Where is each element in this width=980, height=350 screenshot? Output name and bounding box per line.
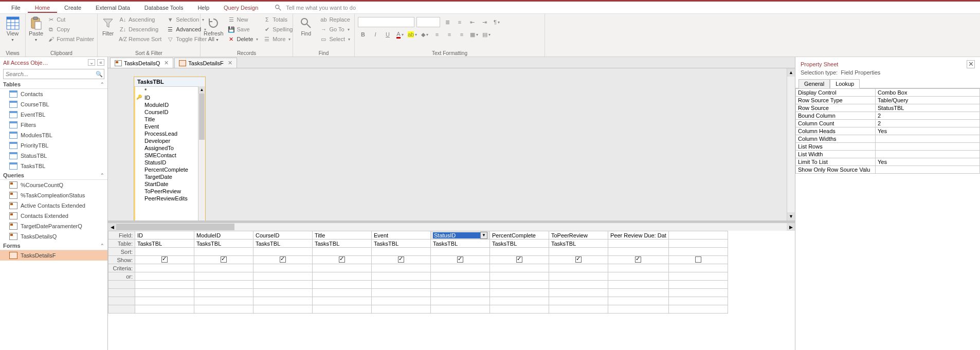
close-icon[interactable]: ✕: [228, 60, 232, 66]
grid-cell[interactable]: [194, 272, 253, 281]
grid-cell[interactable]: [372, 297, 431, 305]
grid-row-header[interactable]: or:: [108, 272, 135, 281]
grid-cell[interactable]: [194, 281, 253, 289]
prop-key[interactable]: Row Source: [796, 104, 876, 112]
grid-cell[interactable]: [549, 281, 608, 289]
find-button[interactable]: Find: [296, 15, 316, 36]
grid-cell[interactable]: [313, 264, 372, 272]
grid-cell[interactable]: [253, 281, 313, 289]
italic-button[interactable]: I: [370, 29, 380, 40]
grid-cell[interactable]: [549, 289, 608, 297]
grid-cell[interactable]: [253, 264, 313, 272]
prop-key[interactable]: Show Only Row Source Valu: [796, 166, 876, 174]
grid-cell[interactable]: [668, 281, 728, 289]
save-button[interactable]: 💾Save: [227, 25, 260, 34]
remove-sort-button[interactable]: A⁄ZRemove Sort: [118, 34, 162, 44]
nav-item-prioritytbl[interactable]: PriorityTBL: [0, 140, 107, 151]
grid-cell[interactable]: [668, 231, 728, 240]
menu-database-tools[interactable]: Database Tools: [137, 3, 191, 13]
grid-cell[interactable]: [668, 248, 728, 256]
grid-cell[interactable]: TasksTBL: [372, 240, 431, 248]
prop-key[interactable]: Row Source Type: [796, 97, 876, 104]
grid-cell[interactable]: [431, 256, 490, 264]
close-icon[interactable]: ✕: [164, 60, 169, 66]
grid-cell[interactable]: [549, 256, 608, 264]
grid-row-header[interactable]: Show:: [108, 256, 135, 264]
refresh-all-button[interactable]: Refresh All ▼: [204, 15, 224, 43]
nav-group-forms[interactable]: Forms⌃: [0, 242, 107, 250]
grid-cell[interactable]: ModuleID: [194, 231, 253, 240]
grid-cell[interactable]: Peer Review Due: Dat: [608, 231, 669, 240]
fieldlist-item[interactable]: AssignedTo: [134, 144, 205, 152]
grid-cell[interactable]: [668, 240, 728, 248]
grid-cell[interactable]: [608, 264, 669, 272]
grid-cell[interactable]: [135, 248, 194, 256]
fieldlist-item[interactable]: StartDate: [134, 180, 205, 188]
grid-cell[interactable]: [135, 289, 194, 297]
grid-cell[interactable]: [490, 264, 549, 272]
grid-cell[interactable]: [372, 281, 431, 289]
prop-value[interactable]: Yes: [876, 127, 980, 135]
nav-item-filters[interactable]: Filters: [0, 120, 107, 130]
new-button[interactable]: ☰New: [227, 15, 260, 24]
grid-cell[interactable]: ToPeerReview: [549, 231, 608, 240]
prop-key[interactable]: Display Control: [796, 89, 876, 97]
grid-cell[interactable]: [372, 248, 431, 256]
nav-item-coursetbl[interactable]: CourseTBL: [0, 99, 107, 109]
menu-help[interactable]: Help: [190, 3, 216, 13]
grid-row-header[interactable]: Sort:: [108, 248, 135, 256]
grid-cell[interactable]: [253, 248, 313, 256]
nav-item-tasksdetailsf[interactable]: TasksDetailsF: [0, 250, 107, 261]
grid-cell[interactable]: [194, 305, 253, 314]
grid-cell[interactable]: [135, 272, 194, 281]
prop-value[interactable]: [876, 151, 980, 158]
prop-value[interactable]: Combo Box: [876, 89, 980, 97]
grid-cell[interactable]: [135, 281, 194, 289]
grid-cell[interactable]: [668, 264, 728, 272]
totals-button[interactable]: ΣTotals: [262, 15, 294, 24]
grid-cell[interactable]: [313, 297, 372, 305]
grid-cell[interactable]: [431, 272, 490, 281]
grid-row-header[interactable]: Criteria:: [108, 264, 135, 272]
show-checkbox[interactable]: [516, 256, 522, 263]
fieldlist-item[interactable]: Event: [134, 123, 205, 130]
grid-cell[interactable]: [668, 305, 728, 314]
fieldlist-item[interactable]: CourseID: [134, 108, 205, 116]
grid-cell[interactable]: [668, 297, 728, 305]
query-design-grid[interactable]: Field:IDModuleIDCourseIDTitleEventStatus…: [108, 231, 795, 350]
grid-cell[interactable]: [135, 305, 194, 314]
grid-cell[interactable]: [313, 272, 372, 281]
nav-title[interactable]: All Access Obje…: [3, 60, 86, 66]
grid-cell[interactable]: [253, 256, 313, 264]
grid-cell[interactable]: [490, 281, 549, 289]
prop-value[interactable]: StatusTBL: [876, 104, 980, 112]
grid-cell[interactable]: [313, 256, 372, 264]
menu-file[interactable]: File: [4, 3, 28, 13]
nav-search[interactable]: 🔍: [3, 69, 104, 79]
menu-home[interactable]: Home: [28, 3, 57, 13]
grid-cell[interactable]: [372, 264, 431, 272]
query-design-upper[interactable]: TasksTBL *IDModuleIDCourseIDTitleEventPr…: [108, 68, 795, 223]
grid-cell[interactable]: [253, 297, 313, 305]
fieldlist-item[interactable]: *: [134, 87, 205, 94]
dropdown-arrow-icon[interactable]: ▼: [480, 232, 487, 239]
nav-item-contacts-extended[interactable]: Contacts Extended: [0, 211, 107, 221]
prop-value[interactable]: Table/Query: [876, 97, 980, 104]
grid-cell[interactable]: [313, 281, 372, 289]
grid-cell[interactable]: [549, 305, 608, 314]
grid-cell[interactable]: [490, 272, 549, 281]
grid-cell[interactable]: [549, 272, 608, 281]
grid-cell[interactable]: [608, 305, 669, 314]
property-tab-general[interactable]: General: [798, 79, 830, 88]
grid-cell[interactable]: TasksTBL: [431, 240, 490, 248]
fieldlist-item[interactable]: ProcessLead: [134, 130, 205, 137]
grid-cell[interactable]: [490, 248, 549, 256]
fieldlist-item[interactable]: Developer: [134, 137, 205, 144]
show-checkbox[interactable]: [221, 256, 227, 263]
grid-cell[interactable]: TasksTBL: [490, 240, 549, 248]
nav-item--taskcompleationstatus[interactable]: %TaskCompleationStatus: [0, 190, 107, 200]
fill-color-button[interactable]: ◆: [420, 29, 430, 40]
grid-cell[interactable]: [490, 289, 549, 297]
grid-cell[interactable]: [194, 264, 253, 272]
property-sheet-close[interactable]: ✕: [967, 60, 975, 68]
